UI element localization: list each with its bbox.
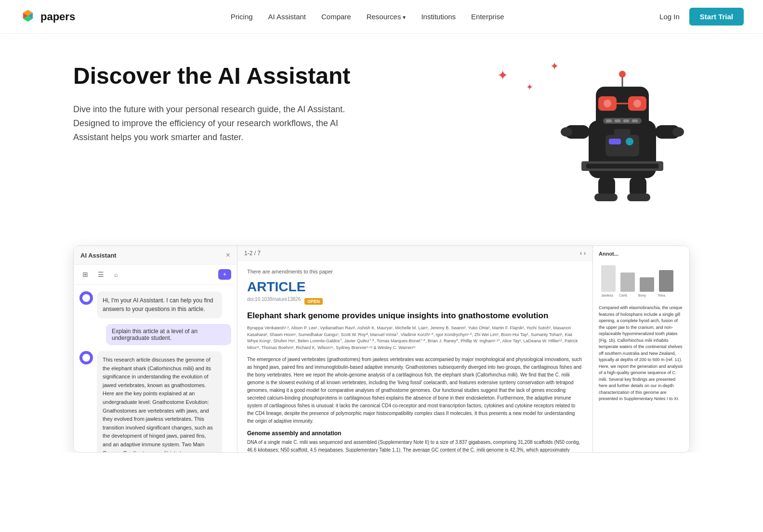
- ai-bubble-2: This research article discusses the geno…: [97, 351, 222, 452]
- ai-panel-title: AI Assistant: [80, 252, 117, 259]
- article-page-indicator: 1-2 / 7: [244, 250, 261, 257]
- ai-messages-list: Hi, I'm your AI Assistant. I can help yo…: [74, 285, 237, 452]
- article-panel: 1-2 / 7 ‹ › There are amendments to this…: [237, 246, 593, 452]
- ai-avatar-2: [79, 351, 93, 364]
- robot-illustration: [555, 58, 690, 204]
- annotation-panel: Annot... Jawless Cartil. Bony Tetra. Com…: [593, 246, 689, 452]
- toolbar-grid-icon[interactable]: ⊞: [79, 269, 91, 280]
- svg-point-20: [672, 127, 684, 137]
- robot-svg: [555, 58, 690, 202]
- hero-section: Discover the AI Assistant Dive into the …: [44, 34, 719, 226]
- hero-title: Discover the AI Assistant: [73, 63, 372, 89]
- hero-illustration: ✦ ✦ ✦: [468, 63, 690, 226]
- user-message-1: Explain this article at a level of an un…: [79, 324, 231, 345]
- svg-rect-29: [601, 265, 616, 292]
- svg-text:Bony: Bony: [638, 294, 646, 298]
- ai-panel-header: AI Assistant ×: [74, 246, 237, 265]
- svg-rect-26: [627, 194, 650, 201]
- svg-text:Cartil.: Cartil.: [619, 294, 628, 297]
- toolbar-list-icon[interactable]: ☰: [95, 269, 106, 280]
- navbar: papers Pricing AI Assistant Compare Reso…: [0, 0, 763, 34]
- svg-point-28: [619, 71, 626, 78]
- nav-compare[interactable]: Compare: [321, 13, 351, 21]
- svg-point-6: [604, 100, 611, 107]
- ai-toolbar: ⊞ ☰ ⌕ +: [74, 265, 237, 285]
- nav-pricing[interactable]: Pricing: [231, 13, 253, 21]
- logo-link[interactable]: papers: [19, 8, 75, 26]
- ai-avatar-inner-2: [82, 354, 90, 362]
- article-genome-section-title: Genome assembly and annotation: [247, 430, 583, 437]
- hero-description: Dive into the future with your personal …: [73, 103, 372, 144]
- svg-point-19: [561, 127, 572, 137]
- logo-text: papers: [40, 11, 75, 23]
- svg-rect-14: [605, 135, 639, 156]
- nav-institutions[interactable]: Institutions: [421, 13, 456, 21]
- svg-rect-9: [606, 119, 612, 122]
- hero-left: Discover the AI Assistant Dive into the …: [73, 63, 372, 144]
- nav-right: Log In Start Trial: [659, 8, 744, 26]
- article-amendment: There are amendments to this paper: [247, 269, 583, 274]
- article-abstract: The emergence of jawed vertebrates (gnat…: [247, 356, 583, 425]
- demo-section: AI Assistant × ⊞ ☰ ⌕ + Hi, I'm your AI A…: [44, 226, 719, 453]
- start-trial-button[interactable]: Start Trial: [689, 8, 744, 26]
- nav-links: Pricing AI Assistant Compare Resources I…: [231, 13, 504, 21]
- ai-message-1: Hi, I'm your AI Assistant. I can help yo…: [79, 291, 231, 318]
- ai-panel-close-button[interactable]: ×: [226, 251, 230, 260]
- article-authors: Byrappa Venkatesh¹·², Alison P. Lee¹, Vy…: [247, 325, 583, 351]
- phylogeny-chart-svg: Jawless Cartil. Bony Tetra.: [599, 260, 681, 299]
- nav-ai-assistant[interactable]: AI Assistant: [268, 13, 306, 21]
- svg-rect-15: [609, 139, 621, 144]
- annotation-chart: Jawless Cartil. Bony Tetra.: [599, 260, 684, 301]
- user-bubble-1: Explain this article at a level of an un…: [106, 324, 231, 345]
- article-next-arrow[interactable]: ›: [584, 250, 586, 257]
- svg-rect-30: [620, 272, 635, 292]
- svg-point-16: [626, 138, 633, 145]
- open-access-badge: OPEN: [304, 298, 323, 305]
- article-content: There are amendments to this paper ARTIC…: [237, 261, 592, 452]
- svg-text:Tetra.: Tetra.: [658, 294, 666, 297]
- article-nav-arrows: ‹ ›: [580, 250, 586, 257]
- article-prev-arrow[interactable]: ‹: [580, 250, 582, 257]
- article-title: Elephant shark genome provides unique in…: [247, 311, 583, 321]
- logo-icon: [19, 8, 37, 26]
- svg-rect-22: [586, 164, 658, 169]
- svg-rect-13: [614, 129, 631, 135]
- nav-enterprise[interactable]: Enterprise: [471, 13, 504, 21]
- annotation-text: Compared with elasmobranchia, the unique…: [599, 305, 684, 402]
- resources-chevron-icon: [403, 13, 406, 21]
- demo-window: AI Assistant × ⊞ ☰ ⌕ + Hi, I'm your AI A…: [73, 246, 690, 453]
- sparkle-icon-1: ✦: [497, 67, 508, 83]
- svg-rect-32: [659, 270, 673, 292]
- svg-rect-11: [623, 119, 629, 122]
- svg-point-7: [633, 100, 641, 107]
- toolbar-add-button[interactable]: +: [218, 269, 231, 280]
- svg-rect-25: [594, 194, 618, 201]
- article-doi: doi:10.1038/nature13826: [247, 297, 301, 302]
- ai-panel: AI Assistant × ⊞ ☰ ⌕ + Hi, I'm your AI A…: [74, 246, 237, 452]
- article-genome-text: DNA of a single male C. milii was sequen…: [247, 439, 583, 452]
- svg-rect-12: [632, 119, 638, 122]
- ai-avatar-inner: [82, 294, 90, 302]
- ai-message-2: This research article discusses the geno…: [79, 351, 231, 452]
- login-link[interactable]: Log In: [659, 13, 680, 21]
- nav-resources-dropdown[interactable]: Resources: [367, 13, 406, 21]
- ai-avatar-1: [79, 291, 93, 305]
- article-topbar: 1-2 / 7 ‹ ›: [237, 246, 592, 261]
- svg-rect-31: [640, 277, 654, 292]
- svg-rect-10: [615, 119, 620, 122]
- svg-text:Jawless: Jawless: [601, 294, 613, 297]
- annotation-header: Annot...: [599, 251, 684, 257]
- sparkle-icon-2: ✦: [526, 82, 533, 92]
- ai-bubble-1: Hi, I'm your AI Assistant. I can help yo…: [97, 291, 222, 318]
- article-type-label: ARTICLE: [247, 279, 583, 295]
- toolbar-search-icon[interactable]: ⌕: [110, 269, 122, 280]
